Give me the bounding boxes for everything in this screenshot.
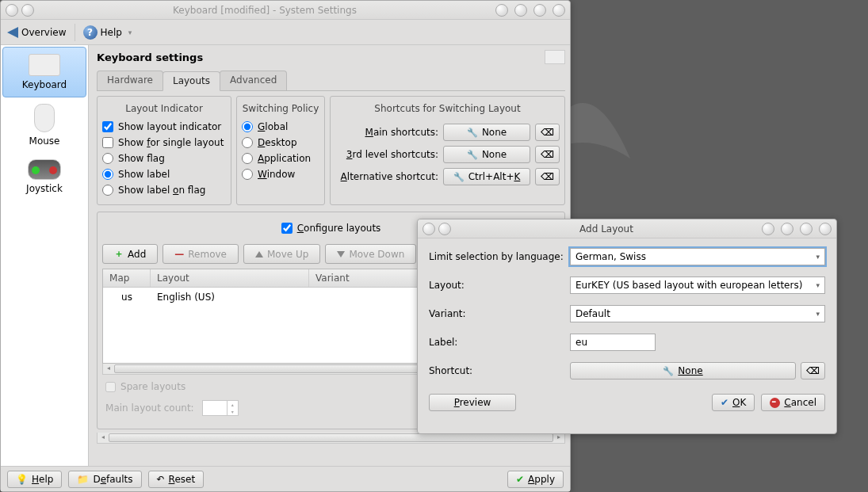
cancel-button[interactable]: Cancel [761,394,825,411]
shortcut-button[interactable]: 🔧None [570,362,796,379]
label-input[interactable] [570,334,656,351]
keyboard-icon [29,54,60,76]
preview-button[interactable]: Preview [429,394,516,411]
sidebar-item-mouse[interactable]: Mouse [2,97,86,153]
close-icon[interactable] [553,4,565,17]
sidebar-item-joystick[interactable]: Joystick [2,153,86,200]
defaults-icon: 📁 [77,474,89,485]
show-flag-radio[interactable]: Show flag [102,151,226,166]
defaults-button[interactable]: 📁Defaults [68,471,141,488]
show-label-radio[interactable]: Show label [102,166,226,182]
policy-application-radio[interactable]: Application [242,151,319,166]
app-icon [6,4,18,17]
clear-main-shortcut-button[interactable]: ⌫ [535,124,560,141]
policy-window-radio[interactable]: Window [242,166,319,182]
overview-button[interactable]: Overview [7,27,67,38]
help-menu-button[interactable]: ? Help ▾ [83,25,132,40]
dialog-titlebar: Add Layout [418,219,836,238]
maximize-icon[interactable] [800,223,813,235]
pin-icon[interactable] [438,223,451,235]
help-titlebar-icon[interactable] [762,223,774,235]
cell-map: us [103,290,151,304]
cell-variant [309,290,322,304]
main-shortcut-button[interactable]: 🔧None [443,124,530,141]
label-field-label: Label: [429,337,565,348]
wrench-icon: 🔧 [467,150,478,160]
policy-desktop-radio[interactable]: Desktop [242,135,319,151]
clear-shortcut-button[interactable]: ⌫ [801,362,825,379]
scroll-left-icon[interactable]: ◂ [104,364,113,373]
help-label: Help [101,27,122,38]
configure-layouts-checkbox[interactable]: Configure layouts [281,220,381,236]
column-layout[interactable]: Layout [151,269,309,287]
variant-select[interactable]: Default ▾ [570,305,825,322]
spin-down-icon: ▾ [227,408,238,415]
alt-shortcut-button[interactable]: 🔧Ctrl+Alt+K [443,168,530,185]
chevron-down-icon: ▾ [816,281,820,289]
third-shortcut-button[interactable]: 🔧None [443,146,530,163]
sidebar-item-label: Mouse [4,135,85,147]
scroll-right-icon[interactable]: ▸ [554,433,564,442]
toolbar: Overview ? Help ▾ [1,20,570,45]
maximize-down-icon[interactable] [514,4,527,17]
move-down-button[interactable]: Move Down [325,244,416,264]
tab-advanced[interactable]: Advanced [220,71,287,90]
window-title: Keyboard [modified] - System Settings [34,5,495,16]
column-map[interactable]: Map [103,269,151,287]
tab-layouts[interactable]: Layouts [163,71,220,91]
wrench-icon: 🔧 [467,128,478,138]
tabbar: Hardware Layouts Advanced [97,71,565,91]
spare-layouts-label: Spare layouts [120,381,185,392]
reset-button[interactable]: ↶Reset [148,471,205,488]
minimize-icon[interactable] [781,223,793,235]
maximize-up-icon[interactable] [533,4,546,17]
ok-button[interactable]: ✔OK [712,394,755,411]
show-label-on-flag-radio[interactable]: Show label on flag [102,182,226,198]
triangle-up-icon [255,251,263,257]
sidebar-item-keyboard[interactable]: Keyboard [2,47,86,97]
close-icon[interactable] [819,223,832,235]
show-single-checkbox[interactable]: Show for single layout [102,135,226,151]
tab-hardware[interactable]: Hardware [97,71,163,90]
spare-layouts-checkbox [105,382,116,392]
show-indicator-checkbox[interactable]: Show layout indicator [102,119,226,135]
spin-up-icon: ▴ [227,401,238,408]
chevron-down-icon: ▾ [816,253,820,261]
layout-select-label: Layout: [429,280,565,291]
plus-icon: ＋ [114,247,124,261]
scroll-left-icon[interactable]: ◂ [98,433,108,442]
cell-layout: English (US) [151,290,309,304]
group-title: Switching Policy [242,100,319,119]
policy-global-radio[interactable]: Global [242,119,319,135]
pin-icon[interactable] [21,4,34,17]
layout-indicator-group: Layout Indicator Show layout indicator S… [97,96,231,205]
triangle-down-icon [337,251,345,257]
scroll-thumb[interactable] [109,433,553,442]
category-sidebar: Keyboard Mouse Joystick [1,45,89,473]
clear-icon: ⌫ [541,127,554,138]
add-layout-button[interactable]: ＋Add [102,244,158,264]
layout-select[interactable]: EurKEY (US based layout with european le… [570,277,825,294]
check-icon: ✔ [721,397,728,408]
clear-third-shortcut-button[interactable]: ⌫ [535,146,560,163]
apply-button[interactable]: ✔Apply [507,471,564,488]
undo-icon: ↶ [157,474,165,485]
chevron-down-icon: ▾ [816,310,820,318]
content-scrollbar[interactable]: ◂ ▸ [97,433,565,444]
overview-label: Overview [21,27,67,38]
select-value: German, Swiss [575,251,646,262]
clear-icon: ⌫ [806,365,820,376]
sidebar-item-label: Joystick [4,183,85,194]
back-arrow-icon [7,27,18,38]
limit-language-select[interactable]: German, Swiss ▾ [570,248,825,265]
move-up-button[interactable]: Move Up [243,244,320,264]
minimize-icon[interactable] [495,4,508,17]
joystick-icon [28,159,61,180]
shortcut-field-label: Shortcut: [429,365,565,376]
remove-layout-button[interactable]: —Remove [163,244,239,264]
shortcuts-group: Shortcuts for Switching Layout Main shor… [330,96,565,205]
clear-alt-shortcut-button[interactable]: ⌫ [535,168,560,185]
dialog-title: Add Layout [451,223,762,235]
help-icon: ? [83,25,98,40]
help-button[interactable]: 💡Help [7,471,62,488]
